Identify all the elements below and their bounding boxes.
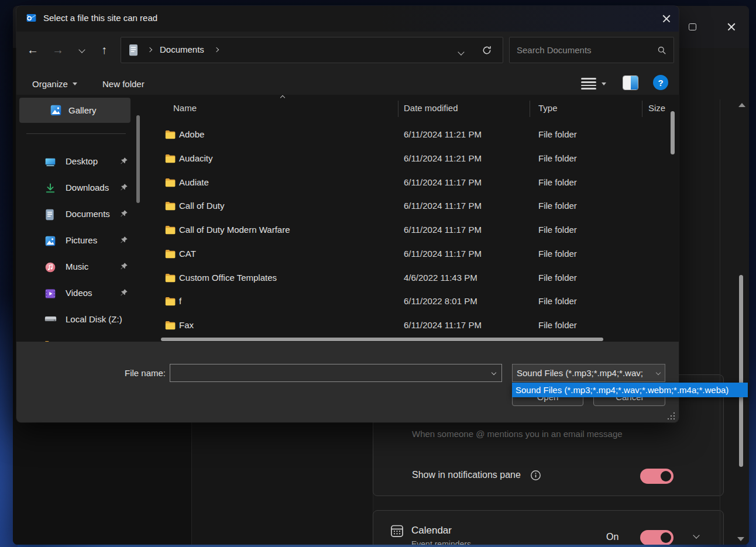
new-folder-label: New folder	[102, 79, 145, 89]
file-row[interactable]: Adobe 6/11/2024 11:21 PM File folder	[148, 123, 679, 147]
sort-ascending-icon	[280, 95, 285, 100]
organize-button[interactable]: Organize	[32, 76, 77, 91]
horizontal-scrollbar-thumb[interactable]	[161, 338, 603, 341]
file-row[interactable]: Fax 6/11/2024 11:17 PM File folder	[148, 314, 679, 338]
address-dropdown-button[interactable]	[455, 46, 468, 57]
file-row[interactable]: CAT 6/11/2024 11:17 PM File folder	[148, 242, 679, 266]
pin-icon	[119, 209, 128, 221]
search-box[interactable]	[509, 37, 674, 63]
file-name: Custom Office Templates	[179, 273, 277, 283]
breadcrumb-separator-icon	[214, 47, 219, 52]
refresh-button[interactable]	[482, 45, 494, 58]
file-row[interactable]: Call of Duty Modern Warfare 6/11/2024 11…	[148, 218, 679, 242]
folder-icon	[165, 297, 176, 308]
file-name-label: File name:	[104, 368, 166, 378]
help-button[interactable]: ?	[653, 75, 668, 90]
toggle-knob	[661, 471, 671, 481]
file-list-scrollbar-thumb[interactable]	[671, 111, 675, 154]
sidebar-item[interactable]: Downloads	[16, 176, 148, 202]
sidebar-item-label: Music	[66, 262, 88, 271]
column-resizer[interactable]	[642, 101, 642, 117]
details-view-button[interactable]	[581, 76, 596, 91]
file-row[interactable]: Call of Duty 6/11/2024 11:17 PM File fol…	[148, 194, 679, 218]
file-row[interactable]: Audacity 6/11/2024 11:21 PM File folder	[148, 147, 679, 171]
folder-icon	[165, 178, 176, 190]
column-header-size[interactable]: Size	[648, 103, 665, 113]
scroll-up-arrow[interactable]	[738, 103, 745, 107]
up-button[interactable]: ↑	[95, 40, 114, 59]
calendar-card[interactable]: Calendar Event reminders On	[373, 510, 724, 545]
outlook-icon	[25, 12, 39, 26]
file-type-dropdown: Sound Files (*.mp3;*.mp4;*.wav;*.webm;*.…	[512, 383, 748, 397]
search-input[interactable]	[517, 37, 651, 63]
calendar-toggle[interactable]	[640, 530, 673, 545]
calendar-icon	[389, 523, 405, 541]
address-bar[interactable]: Documents	[121, 37, 503, 63]
folder-icon	[165, 201, 176, 213]
preview-pane-button[interactable]	[623, 75, 638, 90]
file-type: File folder	[538, 296, 577, 306]
sidebar-item[interactable]: Music	[16, 254, 148, 281]
file-row[interactable]: Custom Office Templates 4/6/2022 11:43 P…	[148, 266, 679, 290]
column-header-type[interactable]: Type	[538, 103, 558, 113]
file-name-combo[interactable]	[170, 364, 502, 382]
expand-chevron-icon[interactable]	[693, 532, 699, 538]
forward-button[interactable]: →	[49, 40, 67, 59]
dialog-close-button[interactable]	[656, 10, 677, 27]
column-resizer[interactable]	[530, 101, 530, 117]
recent-locations-button[interactable]	[73, 40, 91, 59]
videos-icon	[44, 288, 57, 300]
scroll-down-arrow[interactable]	[737, 537, 744, 541]
sidebar-item[interactable]: Videos	[16, 281, 148, 307]
sidebar-item-label: Documents	[66, 209, 110, 219]
pictures-icon	[44, 235, 57, 247]
sidebar-item-label: Videos	[66, 288, 92, 298]
file-name: Call of Duty	[179, 201, 225, 211]
view-options-arrow-icon[interactable]	[602, 82, 606, 85]
sidebar-item[interactable]: Documents	[16, 202, 148, 228]
folder-icon	[165, 273, 176, 285]
file-name: Audacity	[179, 153, 213, 163]
column-resizer[interactable]	[398, 101, 398, 117]
dropdown-option-selected[interactable]: Sound Files (*.mp3;*.mp4;*.wav;*.webm;*.…	[512, 385, 728, 395]
dialog-body: Gallery Desktop Downloads Documents Pict…	[16, 95, 679, 342]
organize-label: Organize	[32, 79, 68, 89]
window-close-button[interactable]	[718, 17, 745, 37]
dialog-title: Select a file this site can read	[43, 13, 157, 23]
sidebar-item[interactable]: Desktop	[16, 149, 148, 176]
file-type: File folder	[538, 273, 577, 283]
column-header-name[interactable]: Name	[173, 103, 197, 113]
back-button[interactable]: ←	[23, 40, 42, 59]
settings-scrollbar-thumb[interactable]	[739, 275, 743, 467]
file-type-select[interactable]: Sound Files (*.mp3;*.mp4;*.wav;	[512, 364, 665, 382]
pin-icon	[119, 262, 128, 273]
resize-grip[interactable]	[668, 412, 675, 419]
sidebar-item-gallery[interactable]: Gallery	[19, 98, 130, 123]
info-icon[interactable]	[530, 470, 541, 483]
file-date-modified: 6/11/2024 11:21 PM	[404, 129, 482, 139]
sidebar-item[interactable]: Pictures	[16, 228, 148, 254]
chevron-down-icon[interactable]	[492, 370, 496, 375]
pin-icon	[119, 236, 128, 247]
pin-icon	[119, 157, 128, 168]
breadcrumb-documents[interactable]: Documents	[157, 44, 207, 54]
sidebar-scrollbar-thumb[interactable]	[136, 115, 140, 203]
new-folder-button[interactable]: New folder	[102, 76, 145, 91]
pin-icon	[119, 288, 128, 300]
file-row[interactable]: Audiate 6/11/2024 11:17 PM File folder	[148, 171, 679, 195]
mentions-description: When someone @ mentions you in an email …	[412, 429, 623, 439]
sidebar-item[interactable]: Local Disk (Z:)	[16, 307, 148, 333]
desktop-icon	[44, 156, 57, 168]
notifications-pane-toggle[interactable]	[640, 469, 673, 484]
file-date-modified: 6/11/2024 11:17 PM	[404, 320, 482, 330]
file-name-input[interactable]	[174, 364, 484, 381]
chevron-down-icon	[78, 46, 85, 53]
file-row[interactable]: f 6/11/2022 8:01 PM File folder	[148, 290, 679, 314]
file-date-modified: 6/11/2024 11:17 PM	[404, 201, 482, 211]
calendar-title: Calendar	[411, 525, 452, 536]
maximize-button[interactable]	[679, 17, 706, 37]
chevron-down-icon	[656, 370, 661, 375]
column-header-date[interactable]: Date modified	[404, 103, 458, 113]
calendar-state-label: On	[606, 532, 633, 542]
sidebar-separator	[26, 133, 126, 134]
